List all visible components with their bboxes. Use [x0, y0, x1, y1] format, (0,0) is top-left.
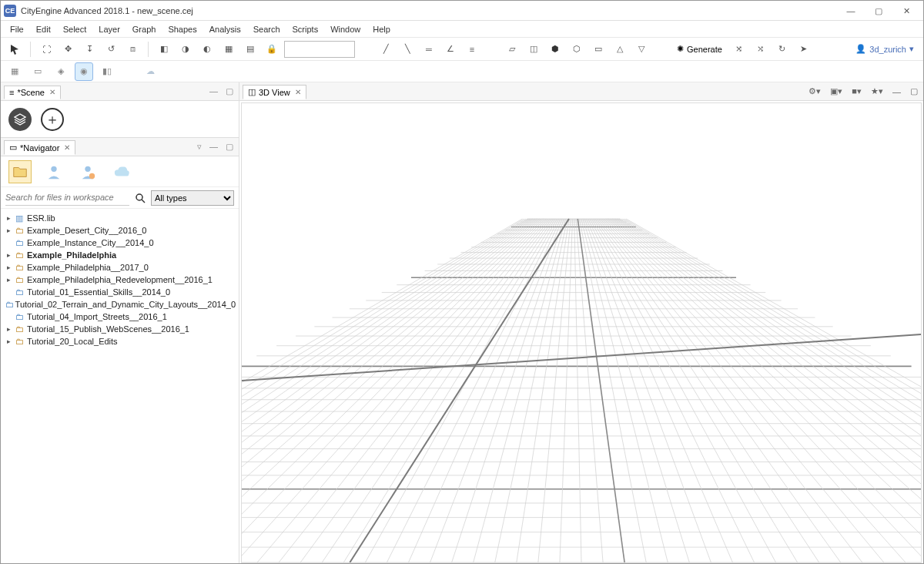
panel-min-icon[interactable]: —	[890, 86, 903, 97]
panel-min-icon[interactable]: —	[207, 141, 220, 153]
undo-shuffle-icon[interactable]: ⤨	[730, 40, 748, 59]
tree-item[interactable]: ▸🗀Example_Philadelphia__2017_0	[2, 261, 237, 274]
user-account-button[interactable]: 👤 3d_zurich ▾	[851, 42, 919, 55]
view-render-icon[interactable]: ■▾	[849, 86, 864, 97]
menu-layer[interactable]: Layer	[92, 23, 126, 35]
view-settings-icon[interactable]: ⚙▾	[806, 86, 823, 97]
tree-item[interactable]: 🗀Tutorial_01_Essential_Skills__2014_0	[2, 286, 237, 298]
shape-tool-5-icon[interactable]: ▭	[589, 40, 608, 59]
rotate-tool-icon[interactable]: ↺	[102, 40, 120, 59]
tree-item[interactable]: ▸🗀Example_Desert_City__2016_0	[2, 224, 237, 237]
shape-tool-3-icon[interactable]: ⬢	[546, 40, 564, 59]
panel-max-icon[interactable]: ▢	[223, 86, 236, 97]
view-bookmark-icon[interactable]: ★▾	[869, 86, 886, 97]
expand-icon[interactable]: ▸	[4, 337, 13, 345]
shape-tool-4-icon[interactable]: ⬡	[567, 40, 586, 59]
snap2-icon[interactable]: ▤	[241, 40, 259, 59]
expand-icon[interactable]: ▸	[4, 264, 13, 271]
layers-icon[interactable]	[8, 108, 32, 131]
expand-icon[interactable]: ▸	[4, 227, 13, 234]
street-tool-4-icon[interactable]: ∠	[441, 40, 460, 59]
expand-icon[interactable]: ▸	[4, 325, 13, 333]
shape-tool-2-icon[interactable]: ◫	[524, 40, 543, 59]
menu-scripts[interactable]: Scripts	[286, 23, 325, 35]
folder-view-icon[interactable]	[8, 160, 32, 183]
share-person-icon[interactable]	[76, 160, 99, 183]
menu-analysis[interactable]: Analysis	[203, 23, 247, 35]
tree-item[interactable]: ▸▥ESR.lib	[2, 212, 237, 224]
tree-item[interactable]: 🗀Tutorial_04_Import_Streets__2016_1	[2, 311, 237, 323]
street-tool-3-icon[interactable]: ═	[420, 40, 438, 59]
refresh-icon[interactable]: ↻	[773, 40, 792, 59]
panel-max-icon[interactable]: ▢	[223, 141, 236, 153]
minimize-button[interactable]: —	[837, 2, 865, 20]
grid-tool-icon[interactable]: ▦	[5, 62, 24, 81]
svg-line-101	[618, 219, 921, 562]
viewport-3d[interactable]	[241, 102, 922, 563]
tree-item[interactable]: ▸🗀Example_Philadelphia_Redevelopment__20…	[2, 274, 237, 286]
menu-window[interactable]: Window	[324, 23, 367, 35]
select-tool-icon[interactable]	[5, 40, 24, 59]
expand-icon[interactable]: ▸	[4, 276, 13, 284]
shape-tool-1-icon[interactable]: ▱	[503, 40, 521, 59]
tag-tool-icon[interactable]: ◈	[52, 62, 70, 81]
close-icon[interactable]: ✕	[295, 88, 301, 96]
tree-item[interactable]: ▸🗀Example_Philadelphia	[2, 249, 237, 261]
panel-max-icon[interactable]: ▢	[908, 86, 920, 97]
cloud-icon[interactable]	[110, 160, 133, 183]
add-layer-button[interactable]: ＋	[41, 108, 64, 131]
expand-icon[interactable]: ▸	[4, 214, 13, 222]
transform-scale-icon[interactable]: ◐	[198, 40, 216, 59]
type-filter-select[interactable]: All types	[151, 190, 234, 206]
tree-item[interactable]: 🗀Example_Instance_City__2014_0	[2, 237, 237, 249]
scale-tool-icon[interactable]: ↧	[80, 40, 99, 59]
frame-all-icon[interactable]: ⛶	[37, 40, 55, 59]
tree-item[interactable]: ▸🗀Tutorial_15_Publish_WebScenes__2016_1	[2, 323, 237, 335]
shape-tool-7-icon[interactable]: ▽	[632, 40, 651, 59]
toolbar-search-input[interactable]	[284, 41, 355, 58]
snap-icon[interactable]: ▦	[219, 40, 238, 59]
transform-move-icon[interactable]: ◧	[155, 40, 173, 59]
panel-min-icon[interactable]: —	[207, 86, 220, 97]
lock-icon[interactable]: 🔒	[263, 40, 281, 59]
view-mode-icon[interactable]: ◉	[75, 62, 93, 81]
menu-select[interactable]: Select	[57, 23, 93, 35]
expand-icon[interactable]: ▸	[4, 251, 13, 259]
street-tool-5-icon[interactable]: ≡	[463, 40, 481, 59]
tab-navigator[interactable]: ▭ *Navigator ✕	[4, 140, 75, 155]
search-icon[interactable]	[132, 190, 148, 206]
shape-tool-6-icon[interactable]: △	[611, 40, 629, 59]
tab-3d-view[interactable]: ◫ 3D View ✕	[243, 85, 306, 99]
menu-search[interactable]: Search	[247, 23, 286, 35]
tree-item[interactable]: 🗀Tutorial_02_Terrain_and_Dynamic_City_La…	[2, 298, 237, 311]
menu-graph[interactable]: Graph	[126, 23, 162, 35]
weather-tool-icon[interactable]: ☁	[141, 62, 159, 81]
measure-tool-icon[interactable]: ▭	[28, 62, 47, 81]
toolbar-main: ⛶ ✥ ↧ ↺ ⧈ ◧ ◑ ◐ ▦ ▤ 🔒 ╱ ╲ ═ ∠ ≡ ▱ ◫ ⬢ ⬡ …	[1, 38, 923, 61]
menu-shapes[interactable]: Shapes	[162, 23, 203, 35]
tree-item[interactable]: ▸🗀Tutorial_20_Local_Edits	[2, 335, 237, 347]
project-tree[interactable]: ▸▥ESR.lib▸🗀Example_Desert_City__2016_0🗀E…	[1, 209, 239, 564]
link-person-icon[interactable]	[42, 160, 65, 183]
move-tool-icon[interactable]: ✥	[59, 40, 77, 59]
close-icon[interactable]: ✕	[64, 143, 70, 152]
panel-menu-icon[interactable]: ▿	[195, 141, 204, 153]
menu-file[interactable]: File	[4, 23, 30, 35]
generate-button[interactable]: ✺ Generate	[672, 42, 727, 55]
menu-help[interactable]: Help	[367, 23, 397, 35]
pointer-icon[interactable]: ➤	[795, 40, 813, 59]
close-icon[interactable]: ✕	[49, 88, 55, 96]
street-tool-1-icon[interactable]: ╱	[377, 40, 395, 59]
search-input[interactable]	[5, 190, 129, 206]
maximize-button[interactable]: ▢	[865, 2, 892, 20]
view-camera-icon[interactable]: ▣▾	[828, 86, 845, 97]
chart-tool-icon[interactable]: ▮▯	[98, 62, 116, 81]
street-tool-2-icon[interactable]: ╲	[398, 40, 417, 59]
close-button[interactable]: ✕	[892, 2, 920, 20]
tab-scene[interactable]: ≡ *Scene ✕	[4, 86, 61, 99]
camera-tool-icon[interactable]: ⧈	[123, 40, 142, 59]
transform-rotate-icon[interactable]: ◑	[176, 40, 195, 59]
shuffle-icon[interactable]: ⤭	[752, 40, 770, 59]
tree-item-label: ESR.lib	[25, 213, 55, 223]
menu-edit[interactable]: Edit	[30, 23, 57, 35]
